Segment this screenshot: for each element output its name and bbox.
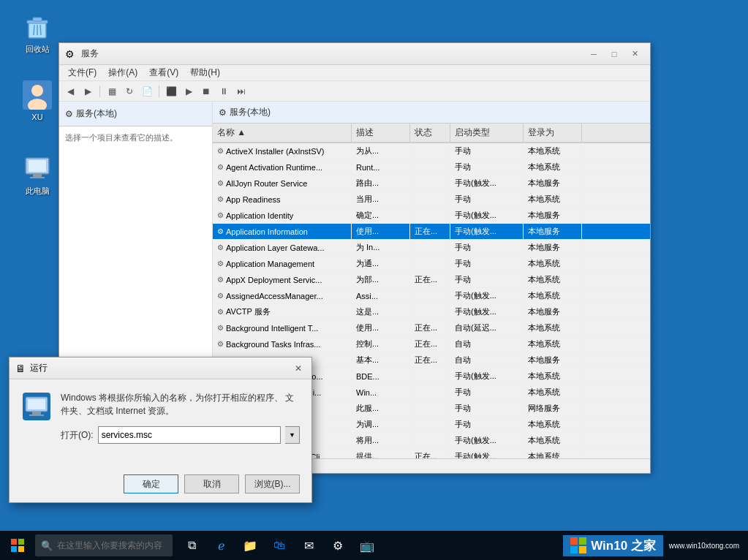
run-cancel-button[interactable]: 取消 <box>184 474 239 493</box>
service-startup: 手动 <box>450 401 524 416</box>
toolbar-play[interactable]: ⬛ <box>163 83 179 99</box>
service-name: Application Identity <box>226 211 293 220</box>
service-name: Agent Activation Runtime... <box>226 163 322 172</box>
service-logon: 本地系统 <box>524 385 582 400</box>
run-input[interactable] <box>98 426 281 444</box>
menu-view[interactable]: 查看(V) <box>143 65 184 80</box>
service-name: Application Layer Gatewa... <box>226 243 325 252</box>
minimize-button[interactable]: ─ <box>584 47 603 61</box>
toolbar-pause[interactable]: ⏸ <box>216 83 232 99</box>
service-icon: ⚙ <box>217 260 224 268</box>
desktop-icon-user[interactable]: XU <box>12 80 63 121</box>
menu-help[interactable]: 帮助(H) <box>184 65 226 80</box>
service-logon: 本地系统 <box>524 320 582 336</box>
run-dialog-icon <box>23 393 50 420</box>
run-titlebar: 🖥 运行 ✕ <box>10 357 311 379</box>
toolbar-resume[interactable]: ⏭ <box>233 83 249 99</box>
svg-rect-20 <box>11 546 17 552</box>
service-logon: 本地系统 <box>524 143 582 159</box>
toolbar-stop[interactable]: ⏹ <box>198 83 214 99</box>
taskbar-search-wrap: 🔍 <box>35 534 173 556</box>
service-desc: 此服... <box>352 401 410 416</box>
table-row[interactable]: ⚙Application Identity 确定... 手动(触发... 本地服… <box>213 208 650 224</box>
service-desc: 为调... <box>352 417 410 432</box>
right-panel-header: ⚙ 服务(本地) <box>213 102 650 124</box>
taskbar-edge[interactable]: ℯ <box>208 531 234 560</box>
service-name: AssignedAccessManager... <box>226 292 323 300</box>
table-row[interactable]: ⚙Background Intelligent T... 使用... 正在...… <box>213 320 650 336</box>
toolbar-export[interactable]: 📄 <box>139 83 155 99</box>
close-button[interactable]: ✕ <box>625 47 644 61</box>
col-logon[interactable]: 登录为 <box>524 124 582 142</box>
service-logon: 网络服务 <box>524 401 582 416</box>
menu-file[interactable]: 文件(F) <box>62 65 102 80</box>
service-name: AppX Deployment Servic... <box>226 276 322 284</box>
table-header: 名称 ▲ 描述 状态 启动类型 登录为 <box>213 124 650 143</box>
service-startup: 手动(触发... <box>450 175 524 191</box>
service-desc: 为部... <box>352 272 410 287</box>
table-row[interactable]: ⚙Application Layer Gatewa... 为 In... 手动 … <box>213 240 650 256</box>
taskbar-search-input[interactable] <box>35 534 173 556</box>
service-startup: 自动(延迟... <box>450 320 524 336</box>
table-row[interactable]: ⚙Background Tasks Infras... 控制... 正在... … <box>213 336 650 352</box>
toolbar-sep2 <box>159 86 159 97</box>
service-logon: 本地系统 <box>524 433 582 448</box>
window-controls: ─ □ ✕ <box>584 47 644 61</box>
table-row[interactable]: ⚙Agent Activation Runtime... Runt... 手动 … <box>213 159 650 175</box>
service-logon: 本地服务 <box>524 304 582 319</box>
service-status: 正在... <box>410 352 450 368</box>
right-header-icon: ⚙ <box>219 107 227 118</box>
desktop-icon-recycle[interactable]: 回收站 <box>12 12 63 55</box>
service-startup: 手动(触发... <box>450 368 524 384</box>
taskbar-folder[interactable]: 📁 <box>237 531 263 560</box>
taskbar-mail[interactable]: ✉ <box>295 531 322 560</box>
svg-rect-19 <box>18 539 24 545</box>
service-logon: 本地系统 <box>524 192 582 207</box>
desktop-icon-computer[interactable]: 此电脑 <box>12 154 63 197</box>
taskbar-media[interactable]: 📺 <box>354 531 380 560</box>
run-title-text: 运行 <box>30 362 291 374</box>
toolbar-run[interactable]: ▶ <box>181 83 197 99</box>
run-dropdown-button[interactable]: ▼ <box>285 426 300 444</box>
run-ok-button[interactable]: 确定 <box>124 474 178 493</box>
maximize-button[interactable]: □ <box>605 47 624 61</box>
svg-rect-18 <box>11 539 17 545</box>
col-name[interactable]: 名称 ▲ <box>213 124 352 142</box>
toolbar-refresh[interactable]: ↻ <box>121 83 137 99</box>
table-row[interactable]: ⚙Application Information 使用... 正在... 手动(… <box>213 224 650 240</box>
menu-action[interactable]: 操作(A) <box>102 65 143 80</box>
service-status <box>410 143 450 159</box>
taskbar-store[interactable]: 🛍 <box>266 531 292 560</box>
table-row[interactable]: ⚙AVCTP 服务 这是... 手动(触发... 本地服务 <box>213 304 650 320</box>
right-panel-title: 服务(本地) <box>230 106 271 118</box>
taskbar-task-view[interactable]: ⧉ <box>178 531 205 560</box>
toolbar-details[interactable]: ▦ <box>104 83 120 99</box>
service-startup: 手动 <box>450 385 524 400</box>
col-startup[interactable]: 启动类型 <box>450 124 524 142</box>
toolbar-forward[interactable]: ▶ <box>80 83 96 99</box>
service-desc: 为从... <box>352 143 410 159</box>
service-icon: ⚙ <box>217 163 224 171</box>
service-startup: 自动 <box>450 336 524 352</box>
run-close-button[interactable]: ✕ <box>291 362 306 375</box>
services-title-icon: ⚙ <box>65 48 77 60</box>
table-row[interactable]: ⚙AllJoyn Router Service 路由... 手动(触发... 本… <box>213 175 650 192</box>
recycle-bin-label: 回收站 <box>26 44 50 55</box>
table-row[interactable]: ⚙AppX Deployment Servic... 为部... 正在... 手… <box>213 272 650 288</box>
service-startup: 手动 <box>450 143 524 159</box>
toolbar-back[interactable]: ◀ <box>62 83 78 99</box>
run-browse-button[interactable]: 浏览(B)... <box>245 474 300 493</box>
table-row[interactable]: ⚙Application Management 为通... 手动 本地系统 <box>213 256 650 272</box>
service-desc: 控制... <box>352 336 410 352</box>
table-row[interactable]: ⚙AssignedAccessManager... Assi... 手动(触发.… <box>213 288 650 304</box>
col-desc[interactable]: 描述 <box>352 124 410 142</box>
service-logon: 本地服务 <box>524 240 582 255</box>
table-row[interactable]: ⚙ActiveX Installer (AxInstSV) 为从... 手动 本… <box>213 143 650 159</box>
taskbar: 🔍 ⧉ ℯ 📁 🛍 ✉ ⚙ 📺 Win10 之家 www.win10xtong.… <box>0 531 748 560</box>
table-row[interactable]: ⚙App Readiness 当用... 手动 本地系统 <box>213 192 650 208</box>
col-status[interactable]: 状态 <box>410 124 450 142</box>
start-button[interactable] <box>0 531 35 560</box>
taskbar-settings[interactable]: ⚙ <box>325 531 351 560</box>
taskbar-right: Win10 之家 www.win10xtong.com <box>563 535 748 556</box>
win10-url-text: www.win10xtong.com <box>669 542 739 550</box>
